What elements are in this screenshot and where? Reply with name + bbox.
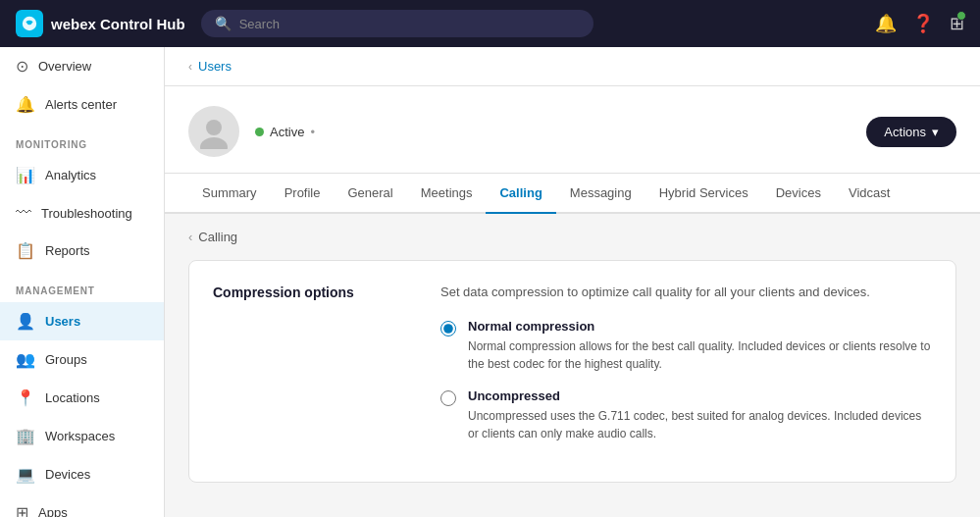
radio-option-normal: Normal compression Normal compression al… [440, 319, 932, 373]
card-row: Compression options Set data compression… [213, 284, 932, 458]
sidebar-item-label: Locations [45, 390, 100, 405]
sidebar-item-users[interactable]: 👤 Users [0, 302, 164, 340]
devices-icon: 💻 [16, 465, 35, 484]
sidebar-item-groups[interactable]: 👥 Groups [0, 340, 164, 379]
main-layout: ⊙ Overview 🔔 Alerts center MONITORING 📊 … [0, 47, 980, 517]
status-text: Active [270, 125, 304, 139]
tabs-bar: Summary Profile General Meetings Calling… [165, 174, 980, 214]
search-icon: 🔍 [215, 16, 232, 31]
bell-icon[interactable]: 🔔 [875, 13, 897, 34]
tab-meetings[interactable]: Meetings [407, 174, 487, 214]
groups-icon: 👥 [16, 350, 35, 369]
monitoring-section-label: MONITORING [0, 124, 164, 156]
card-label-col: Compression options [213, 284, 409, 458]
actions-button[interactable]: Actions ▾ [866, 117, 956, 147]
top-nav: webex Control Hub 🔍 🔔 ❓ ⊞ [0, 0, 980, 47]
locations-icon: 📍 [16, 388, 35, 407]
sidebar-item-troubleshooting[interactable]: 〰 Troubleshooting [0, 194, 164, 232]
tab-vidcast[interactable]: Vidcast [835, 174, 903, 214]
alerts-icon: 🔔 [16, 95, 35, 114]
tab-hybrid-services[interactable]: Hybrid Services [645, 174, 762, 214]
sidebar-item-alerts[interactable]: 🔔 Alerts center [0, 85, 164, 124]
radio-option-uncompressed: Uncompressed Uncompressed uses the G.711… [440, 388, 932, 442]
nav-icons: 🔔 ❓ ⊞ [875, 13, 964, 34]
calling-back-nav: ‹ Calling [188, 230, 956, 244]
calling-back-label[interactable]: Calling [198, 230, 237, 244]
search-bar[interactable]: 🔍 [201, 10, 593, 37]
sidebar-item-label: Users [45, 314, 80, 329]
webex-logo-icon [16, 10, 43, 37]
sidebar-item-label: Alerts center [45, 97, 117, 112]
tab-messaging[interactable]: Messaging [556, 174, 645, 214]
radio-uncompressed[interactable] [440, 390, 456, 406]
radio-uncompressed-content: Uncompressed Uncompressed uses the G.711… [468, 388, 932, 442]
sidebar-item-reports[interactable]: 📋 Reports [0, 232, 164, 270]
troubleshooting-icon: 〰 [16, 204, 31, 222]
sidebar-item-overview[interactable]: ⊙ Overview [0, 47, 164, 85]
calling-back-chevron-icon: ‹ [188, 230, 192, 244]
radio-uncompressed-desc: Uncompressed uses the G.711 codec, best … [468, 407, 932, 442]
sidebar-item-workspaces[interactable]: 🏢 Workspaces [0, 417, 164, 455]
radio-normal-desc: Normal compression allows for the best c… [468, 337, 932, 373]
logo-text: webex Control Hub [51, 16, 185, 32]
status-dot-icon [255, 128, 264, 136]
sidebar-item-locations[interactable]: 📍 Locations [0, 379, 164, 417]
user-info: Active • [188, 106, 315, 157]
compression-title: Compression options [213, 284, 409, 300]
avatar [188, 106, 239, 157]
tab-calling[interactable]: Calling [486, 174, 555, 214]
grid-icon[interactable]: ⊞ [950, 13, 964, 34]
sidebar-item-analytics[interactable]: 📊 Analytics [0, 156, 164, 194]
actions-label: Actions [884, 125, 926, 139]
status-bullet: • [310, 125, 315, 139]
compression-description: Set data compression to optimize call qu… [440, 284, 932, 299]
help-icon[interactable]: ❓ [912, 13, 934, 34]
breadcrumb-users-link[interactable]: Users [198, 59, 232, 74]
analytics-icon: 📊 [16, 166, 35, 184]
svg-point-2 [200, 137, 228, 149]
radio-normal-content: Normal compression Normal compression al… [468, 319, 932, 373]
user-status: Active • [255, 125, 315, 139]
sidebar-item-label: Analytics [45, 168, 96, 182]
tab-devices[interactable]: Devices [762, 174, 835, 214]
radio-normal-label: Normal compression [468, 319, 932, 334]
sidebar-item-devices[interactable]: 💻 Devices [0, 455, 164, 493]
search-input[interactable] [239, 17, 580, 31]
logo-area: webex Control Hub [16, 10, 185, 37]
sidebar-item-label: Devices [45, 467, 90, 482]
sidebar: ⊙ Overview 🔔 Alerts center MONITORING 📊 … [0, 47, 165, 517]
sidebar-item-label: Groups [45, 352, 87, 367]
sidebar-item-label: Apps [38, 505, 68, 517]
radio-normal[interactable] [440, 321, 456, 336]
users-icon: 👤 [16, 312, 35, 331]
compression-card: Compression options Set data compression… [188, 260, 956, 483]
apps-icon: ⊞ [16, 503, 28, 517]
reports-icon: 📋 [16, 241, 35, 260]
sidebar-item-label: Overview [38, 59, 91, 74]
user-header: Active • Actions ▾ [165, 86, 980, 174]
content-area: ‹ Users Active • Actions ▾ [165, 47, 980, 517]
tab-profile[interactable]: Profile [271, 174, 335, 214]
actions-chevron-icon: ▾ [932, 125, 939, 139]
management-section-label: MANAGEMENT [0, 270, 164, 302]
card-content-col: Set data compression to optimize call qu… [440, 284, 932, 458]
sidebar-item-label: Reports [45, 243, 90, 258]
breadcrumb: ‹ Users [165, 47, 980, 86]
sidebar-item-label: Troubleshooting [41, 206, 132, 221]
workspaces-icon: 🏢 [16, 427, 35, 445]
sidebar-item-apps[interactable]: ⊞ Apps [0, 493, 164, 517]
breadcrumb-chevron-icon: ‹ [188, 60, 192, 74]
sidebar-item-label: Workspaces [45, 429, 115, 443]
radio-uncompressed-label: Uncompressed [468, 388, 932, 403]
page-content: ‹ Calling Compression options Set data c… [165, 214, 980, 498]
svg-point-1 [206, 120, 222, 135]
overview-icon: ⊙ [16, 57, 28, 76]
tab-general[interactable]: General [334, 174, 406, 214]
tab-summary[interactable]: Summary [188, 174, 271, 214]
